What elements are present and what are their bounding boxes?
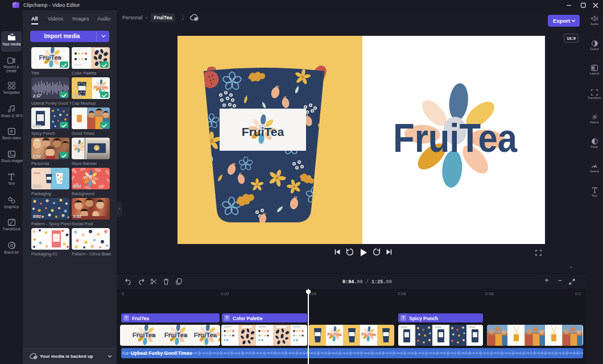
svg-text:FruiTea: FruiTea [393,115,518,160]
svg-text:FruiTea: FruiTea [242,125,284,138]
svg-text:F: F [96,147,98,150]
svg-text:FruiTea: FruiTea [164,332,188,338]
svg-text:FruiTea: FruiTea [133,332,156,338]
svg-text:FruiTea: FruiTea [94,86,108,90]
svg-text:FruiTea: FruiTea [39,54,62,61]
svg-text:FruiTea: FruiTea [328,333,342,337]
svg-text:FruiTea: FruiTea [82,176,99,181]
svg-text:FruiTea: FruiTea [194,332,217,338]
